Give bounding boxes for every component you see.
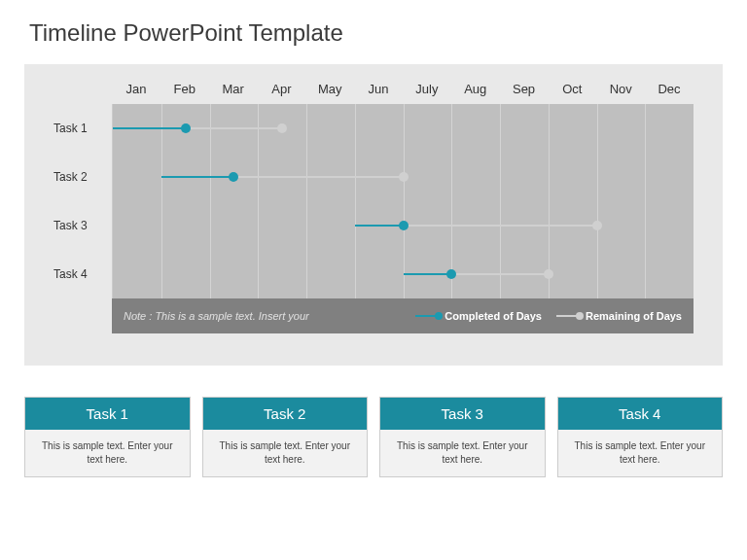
- gantt-grid: [112, 104, 694, 298]
- legend-remaining-label: Remaining of Days: [586, 310, 682, 322]
- task-label: Task 1: [53, 104, 112, 153]
- task-card-title: Task 4: [558, 398, 723, 430]
- remaining-dot-icon: [399, 172, 409, 182]
- task-card: Task 2This is sample text. Enter your te…: [202, 397, 369, 477]
- legend-remaining-icon: [556, 315, 582, 317]
- legend-bar: Note : This is a sample text. Insert you…: [112, 298, 694, 333]
- task-labels: Task 1Task 2Task 3Task 4: [53, 104, 112, 298]
- completed-dot-icon: [399, 221, 409, 230]
- month-label: Sep: [500, 82, 549, 96]
- month-label: Jun: [354, 82, 403, 96]
- task-card-body: This is sample text. Enter your text her…: [380, 430, 545, 476]
- task-row: [113, 153, 694, 201]
- timeline-chart: JanFebMarAprMayJunJulyAugSepOctNovDec Ta…: [24, 64, 723, 366]
- task-card-title: Task 1: [25, 398, 190, 430]
- completed-bar: [355, 225, 404, 227]
- month-label: Feb: [160, 82, 209, 96]
- month-label: May: [305, 82, 354, 96]
- task-card-title: Task 2: [203, 398, 368, 430]
- task-card-title: Task 3: [380, 398, 545, 430]
- remaining-bar: [186, 127, 283, 129]
- completed-dot-icon: [446, 269, 456, 279]
- task-card-body: This is sample text. Enter your text her…: [558, 430, 723, 476]
- task-row: [113, 201, 694, 250]
- task-label: Task 4: [53, 250, 112, 298]
- month-label: Jan: [112, 82, 160, 96]
- task-cards-row: Task 1This is sample text. Enter your te…: [24, 397, 723, 477]
- month-label: Apr: [257, 82, 305, 96]
- slide-title: Timeline PowerPoint Template: [29, 19, 723, 47]
- task-label: Task 3: [53, 201, 112, 250]
- task-card-body: This is sample text. Enter your text her…: [203, 430, 368, 476]
- month-label: Oct: [548, 82, 596, 96]
- slide: Timeline PowerPoint Template JanFebMarAp…: [0, 0, 747, 560]
- task-card-body: This is sample text. Enter your text her…: [25, 430, 190, 476]
- month-label: Dec: [645, 82, 694, 96]
- remaining-bar: [404, 225, 597, 227]
- completed-bar: [404, 273, 452, 275]
- month-label: Nov: [596, 82, 645, 96]
- remaining-dot-icon: [544, 269, 553, 279]
- task-row: [113, 250, 694, 298]
- remaining-dot-icon: [592, 221, 602, 230]
- month-label: July: [403, 82, 451, 96]
- task-card: Task 1This is sample text. Enter your te…: [24, 397, 191, 477]
- task-row: [113, 104, 694, 153]
- month-label: Mar: [209, 82, 258, 96]
- task-card: Task 4This is sample text. Enter your te…: [557, 397, 724, 477]
- remaining-bar: [233, 176, 403, 178]
- legend-note: Note : This is a sample text. Insert you…: [124, 310, 401, 322]
- remaining-bar: [451, 273, 549, 275]
- month-label: Aug: [451, 82, 500, 96]
- completed-bar: [161, 176, 234, 178]
- task-label: Task 2: [53, 153, 112, 201]
- legend-completed: Completed of Days: [415, 310, 542, 322]
- legend-completed-label: Completed of Days: [445, 310, 542, 322]
- gantt-container: Task 1Task 2Task 3Task 4: [53, 104, 694, 298]
- legend-remaining: Remaining of Days: [556, 310, 682, 322]
- completed-bar: [113, 127, 186, 129]
- months-axis: JanFebMarAprMayJunJulyAugSepOctNovDec: [112, 82, 694, 96]
- completed-dot-icon: [181, 123, 191, 133]
- remaining-dot-icon: [277, 123, 287, 133]
- legend-completed-icon: [415, 315, 441, 317]
- task-card: Task 3This is sample text. Enter your te…: [379, 397, 546, 477]
- completed-dot-icon: [229, 172, 238, 182]
